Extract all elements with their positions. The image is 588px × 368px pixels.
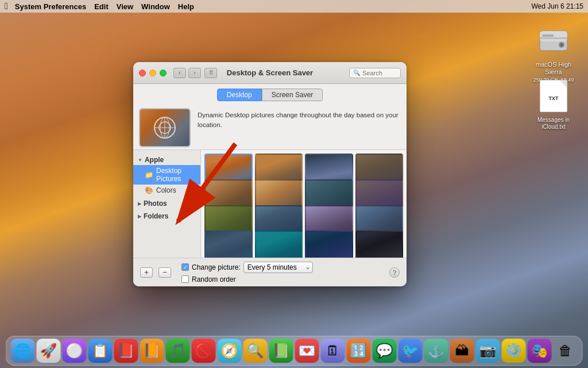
photos-group-label: Photos xyxy=(144,200,167,208)
change-picture-area: ✓ Change picture: Every 5 minutes Every … xyxy=(181,262,313,283)
wallpaper-14[interactable] xyxy=(255,231,303,258)
tab-screen-saver[interactable]: Screen Saver xyxy=(262,89,323,101)
sidebar: ▼ Apple 📁 Desktop Pictures 🎨 Colors xyxy=(133,150,201,258)
menu-window[interactable]: Window xyxy=(141,2,170,11)
search-input[interactable] xyxy=(362,70,400,76)
dock-app4[interactable]: 🎵 xyxy=(166,339,190,363)
dock-app16[interactable]: ⚙️ xyxy=(502,339,526,363)
menu-view[interactable]: View xyxy=(117,2,133,11)
wallpaper-16[interactable] xyxy=(355,231,404,258)
sidebar-item-desktop-pictures[interactable]: 📁 Desktop Pictures xyxy=(133,165,200,185)
help-button[interactable]: ? xyxy=(389,267,400,278)
dock-app15[interactable]: 📷 xyxy=(476,339,500,363)
window: ‹ › ⠿ Desktop & Screen Saver 🔍 Desktop S… xyxy=(133,62,407,286)
close-button[interactable] xyxy=(139,70,146,76)
window-titlebar: ‹ › ⠿ Desktop & Screen Saver 🔍 xyxy=(133,62,407,84)
dock-app17[interactable]: 🎭 xyxy=(528,339,552,363)
desktop-icon-txt[interactable]: TXT Messages in iCloud.txt xyxy=(531,78,577,131)
menu-help[interactable]: Help xyxy=(178,2,194,11)
folders-group-triangle: ▶ xyxy=(138,214,141,219)
search-box[interactable]: 🔍 xyxy=(349,68,401,78)
change-picture-checkbox[interactable]: ✓ xyxy=(181,263,189,271)
window-title: Desktop & Screen Saver xyxy=(227,68,313,77)
apple-group-label: Apple xyxy=(145,156,164,164)
sidebar-section-apple: ▼ Apple 📁 Desktop Pictures 🎨 Colors xyxy=(133,154,200,197)
sidebar-group-apple[interactable]: ▼ Apple xyxy=(133,155,200,165)
apple-group-triangle: ▼ xyxy=(138,158,142,163)
folder-icon: 📁 xyxy=(145,171,153,179)
dock-launchpad[interactable]: 🚀 xyxy=(37,339,61,363)
sidebar-item-colors[interactable]: 🎨 Colors xyxy=(133,185,200,196)
dock-app12[interactable]: 🐦 xyxy=(399,339,423,363)
dock-finder[interactable]: 🌐 xyxy=(11,339,35,363)
dock-app6[interactable]: 🔍 xyxy=(243,339,268,363)
random-order-label: Random order xyxy=(192,275,236,283)
change-interval-select[interactable]: Every 5 minutes Every 15 minutes Every 3… xyxy=(243,262,313,273)
bottom-bar: + − ✓ Change picture: Every 5 minutes Ev… xyxy=(133,258,407,286)
wallpaper-grid xyxy=(201,150,407,258)
add-button[interactable]: + xyxy=(140,267,153,278)
main-split: ▼ Apple 📁 Desktop Pictures 🎨 Colors xyxy=(133,150,407,258)
dock-app1[interactable]: 📋 xyxy=(88,339,113,363)
folders-group-label: Folders xyxy=(144,212,168,220)
menu-edit[interactable]: Edit xyxy=(94,2,109,11)
change-picture-checkbox-area: ✓ Change picture: Every 5 minutes Every … xyxy=(181,262,313,273)
dock-app3[interactable]: 📙 xyxy=(140,339,164,363)
svg-rect-5 xyxy=(542,34,554,37)
hdd-icon xyxy=(535,22,572,59)
menubar:  System Preferences Edit View Window He… xyxy=(0,0,588,13)
change-interval-wrapper: Every 5 minutes Every 15 minutes Every 3… xyxy=(243,262,313,273)
minimize-button[interactable] xyxy=(149,70,156,76)
txt-file-icon: TXT xyxy=(535,78,572,114)
dock-app5[interactable]: 🚫 xyxy=(192,339,216,363)
dock-siri[interactable]: ⚪ xyxy=(63,339,87,363)
maximize-button[interactable] xyxy=(160,70,167,76)
wallpaper-13[interactable] xyxy=(204,231,253,258)
dock-safari[interactable]: 🧭 xyxy=(218,339,242,363)
dock-app11[interactable]: 💬 xyxy=(373,339,397,363)
dock-app8[interactable]: 💌 xyxy=(295,339,319,363)
photos-group-triangle: ▶ xyxy=(138,201,141,206)
traffic-lights xyxy=(139,70,167,76)
txt-label: Messages in iCloud.txt xyxy=(531,117,577,131)
sidebar-group-photos[interactable]: ▶ Photos xyxy=(133,198,200,209)
dock-app7[interactable]: 📗 xyxy=(269,339,293,363)
sidebar-section-folders: ▶ Folders xyxy=(133,210,200,223)
window-tabs: Desktop Screen Saver xyxy=(133,84,407,105)
grid-view-button[interactable]: ⠿ xyxy=(204,68,217,78)
sidebar-item-desktop-pictures-label: Desktop Pictures xyxy=(156,167,196,183)
remove-button[interactable]: − xyxy=(158,267,171,278)
desktop:  System Preferences Edit View Window He… xyxy=(0,0,588,368)
sidebar-section-photos: ▶ Photos xyxy=(133,197,200,210)
dock-trash[interactable]: 🗑 xyxy=(554,339,578,363)
svg-rect-2 xyxy=(540,37,567,39)
change-picture-label: Change picture: xyxy=(192,263,241,271)
search-icon: 🔍 xyxy=(353,70,360,76)
random-order-area: Random order xyxy=(181,275,313,283)
wallpaper-15[interactable] xyxy=(305,231,353,258)
svg-point-4 xyxy=(560,44,563,46)
sidebar-group-folders[interactable]: ▶ Folders xyxy=(133,211,200,221)
random-order-checkbox[interactable] xyxy=(181,275,189,283)
dock-app10[interactable]: 🔢 xyxy=(347,339,371,363)
menubar-time: Wed Jun 6 21:15 xyxy=(531,2,583,10)
dock-app9[interactable]: 🗓 xyxy=(321,339,345,363)
back-button[interactable]: ‹ xyxy=(173,68,186,78)
dock-app14[interactable]: 🏔 xyxy=(450,339,474,363)
app-name[interactable]: System Preferences xyxy=(15,2,86,11)
dock-app13[interactable]: ⚓ xyxy=(424,339,448,363)
colors-icon: 🎨 xyxy=(145,186,153,194)
preview-description: Dynamic Desktop pictures change througho… xyxy=(198,108,401,131)
forward-button[interactable]: › xyxy=(188,68,201,78)
sidebar-item-colors-label: Colors xyxy=(156,186,176,194)
preview-thumbnail xyxy=(139,108,191,147)
dock: 🌐 🚀 ⚪ 📋 📕 📙 🎵 🚫 🧭 🔍 📗 💌 🗓 🔢 💬 🐦 ⚓ 🏔 📷 ⚙️… xyxy=(6,336,583,366)
tab-desktop[interactable]: Desktop xyxy=(217,89,262,101)
apple-menu[interactable]:  xyxy=(5,1,8,12)
dock-app2[interactable]: 📕 xyxy=(114,339,138,363)
